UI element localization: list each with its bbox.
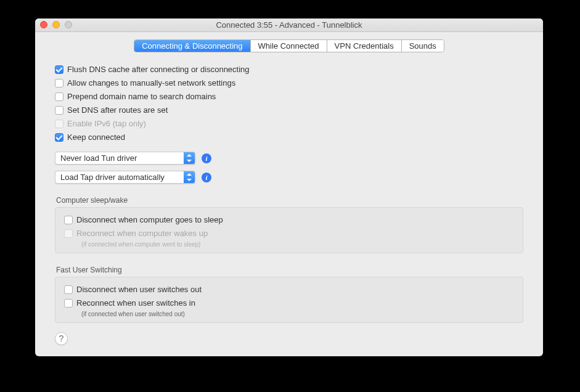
prepend-domain-checkbox[interactable] — [55, 92, 63, 101]
tab-bar: Connecting & Disconnecting While Connect… — [35, 32, 543, 59]
close-button[interactable] — [40, 21, 47, 28]
sleep-group-label: Computer sleep/wake — [55, 196, 523, 205]
flush-dns-checkbox[interactable] — [55, 65, 63, 74]
tun-driver-select[interactable]: Never load Tun driver — [55, 152, 195, 165]
tap-driver-select[interactable]: Load Tap driver automatically — [55, 171, 195, 184]
reconnect-on-switchin-checkbox[interactable] — [64, 299, 73, 308]
sleep-group-box: Disconnect when computer goes to sleep R… — [55, 207, 523, 253]
zoom-button — [65, 21, 72, 28]
flush-dns-label: Flush DNS cache after connecting or disc… — [67, 65, 250, 74]
keep-connected-label: Keep connected — [67, 133, 125, 142]
reconnect-on-wake-checkbox — [64, 229, 73, 238]
disconnect-on-sleep-label: Disconnect when computer goes to sleep — [76, 215, 223, 224]
reconnect-on-switchin-label: Reconnect when user switches in — [76, 298, 195, 308]
updown-arrows-icon — [184, 152, 195, 164]
tab-sounds[interactable]: Sounds — [402, 40, 444, 52]
keep-connected-checkbox[interactable] — [55, 133, 63, 142]
updown-arrows-icon — [184, 171, 195, 183]
fus-group-label: Fast User Switching — [55, 266, 523, 274]
sleep-hint: (if connected when computer went to slee… — [81, 241, 514, 248]
set-dns-after-routes-label: Set DNS after routes are set — [67, 105, 168, 115]
info-icon[interactable]: i — [202, 153, 211, 163]
allow-changes-label: Allow changes to manually-set network se… — [67, 78, 235, 88]
reconnect-on-wake-label: Reconnect when computer wakes up — [76, 229, 208, 238]
disconnect-on-sleep-checkbox[interactable] — [64, 216, 73, 224]
prepend-domain-label: Prepend domain name to search domains — [67, 92, 216, 101]
window-title: Connected 3:55 - Advanced - Tunnelblick — [216, 20, 362, 30]
tab-connecting-disconnecting[interactable]: Connecting & Disconnecting — [134, 40, 250, 52]
minimize-button[interactable] — [52, 21, 60, 28]
tap-driver-value: Load Tap driver automatically — [55, 173, 184, 182]
disconnect-on-switchout-checkbox[interactable] — [64, 285, 73, 294]
tun-driver-value: Never load Tun driver — [55, 153, 184, 163]
enable-ipv6-label: Enable IPv6 (tap only) — [67, 119, 146, 128]
tab-vpn-credentials[interactable]: VPN Credentials — [327, 40, 402, 52]
enable-ipv6-checkbox — [55, 120, 63, 128]
fus-group-box: Disconnect when user switches out Reconn… — [55, 277, 523, 323]
tab-while-connected[interactable]: While Connected — [251, 40, 327, 52]
titlebar: Connected 3:55 - Advanced - Tunnelblick — [35, 18, 543, 32]
set-dns-after-routes-checkbox[interactable] — [55, 106, 63, 115]
info-icon[interactable]: i — [202, 173, 211, 182]
disconnect-on-switchout-label: Disconnect when user switches out — [76, 285, 202, 294]
allow-changes-checkbox[interactable] — [55, 79, 63, 88]
preferences-window: Connected 3:55 - Advanced - Tunnelblick … — [35, 18, 543, 356]
help-button[interactable]: ? — [55, 332, 68, 345]
fus-hint: (if connected when user switched out) — [81, 311, 514, 317]
